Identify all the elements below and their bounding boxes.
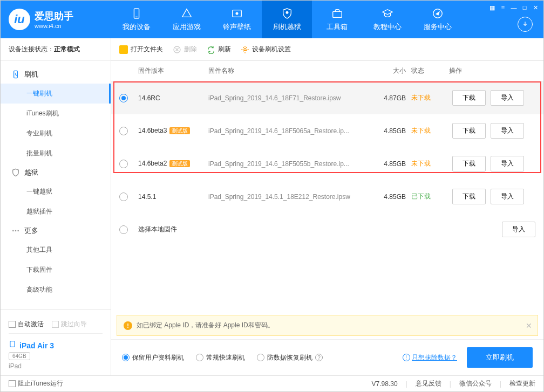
logo-area: iu 爱思助手 www.i4.cn xyxy=(1,9,111,30)
import-button[interactable]: 导入 xyxy=(502,222,535,237)
import-button[interactable]: 导入 xyxy=(491,156,524,171)
sidebar-item-itunes-flash[interactable]: iTunes刷机 xyxy=(1,104,111,123)
nav-ringtones[interactable]: 铃声壁纸 xyxy=(212,1,262,38)
notice-bar: ! 如已绑定 Apple ID，请准备好 Apple ID和密码。 ✕ xyxy=(117,315,538,336)
option-keep-data[interactable]: 保留用户资料刷机 xyxy=(122,353,184,362)
local-firmware-label: 选择本地固件 xyxy=(138,225,449,234)
row-radio[interactable] xyxy=(119,94,128,102)
download-button[interactable]: 下载 xyxy=(452,90,486,106)
row-radio[interactable] xyxy=(119,127,128,135)
delete-button[interactable]: 删除 xyxy=(173,45,197,54)
firmware-row[interactable]: 14.6RC iPad_Spring_2019_14.6_18F71_Resto… xyxy=(111,81,543,114)
device-type: iPad xyxy=(9,362,103,370)
block-itunes-checkbox[interactable]: 阻止iTunes运行 xyxy=(9,379,63,388)
col-size: 大小 xyxy=(373,66,411,75)
menu-button[interactable]: ▦ xyxy=(487,3,497,12)
firmware-row[interactable]: 14.6beta3测试版 iPad_Spring_2019_14.6_18F50… xyxy=(111,114,543,147)
notice-close-button[interactable]: ✕ xyxy=(526,321,532,330)
sidebar-item-oneclick-flash[interactable]: 一键刷机 xyxy=(1,84,111,104)
nav-tutorials[interactable]: 教程中心 xyxy=(362,1,412,38)
option-anti-recovery[interactable]: 防数据恢复刷机? xyxy=(257,353,323,362)
firmware-status: 未下载 xyxy=(411,126,449,135)
firmware-status: 已下载 xyxy=(411,192,449,201)
sidebar-item-batch-flash[interactable]: 批量刷机 xyxy=(1,143,111,163)
nav-toolbox[interactable]: 工具箱 xyxy=(312,1,362,38)
toolbox-icon xyxy=(331,7,344,20)
beta-badge: 测试版 xyxy=(169,160,190,167)
minimize-button[interactable]: — xyxy=(509,3,519,12)
svg-rect-5 xyxy=(332,11,342,17)
beta-badge: 测试版 xyxy=(169,127,190,134)
flash-now-button[interactable]: 立即刷机 xyxy=(467,347,533,368)
sidebar-item-jailbreak-plugins[interactable]: 越狱插件 xyxy=(1,202,111,222)
local-firmware-row[interactable]: 选择本地固件 导入 xyxy=(111,213,543,246)
jailbreak-icon xyxy=(11,168,20,177)
notice-text: 如已绑定 Apple ID，请准备好 Apple ID和密码。 xyxy=(137,321,274,330)
shield-icon xyxy=(281,7,294,20)
svg-rect-11 xyxy=(10,341,15,347)
row-radio[interactable] xyxy=(119,160,128,168)
svg-point-3 xyxy=(236,12,238,15)
auto-activate-checkbox[interactable]: 自动激活 xyxy=(9,320,44,329)
firmware-size: 4.87GB xyxy=(373,94,411,102)
svg-point-10 xyxy=(17,230,19,232)
help-icon[interactable]: ? xyxy=(315,354,323,361)
firmware-row[interactable]: 14.5.1 iPad_Spring_2019_14.5.1_18E212_Re… xyxy=(111,180,543,213)
check-update-link[interactable]: 检查更新 xyxy=(509,379,535,388)
device-ipad-icon xyxy=(9,340,16,348)
firmware-status: 未下载 xyxy=(411,93,449,102)
row-radio[interactable] xyxy=(119,225,128,234)
download-circle-button[interactable] xyxy=(518,17,533,32)
app-subtitle: www.i4.cn xyxy=(35,23,73,29)
apps-icon xyxy=(180,7,193,20)
sidebar-group-flash[interactable]: 刷机 xyxy=(1,65,111,84)
wechat-link[interactable]: 微信公众号 xyxy=(459,379,492,388)
more-icon xyxy=(11,226,20,235)
firmware-row[interactable]: 14.6beta2测试版 iPad_Spring_2019_14.6_18F50… xyxy=(111,147,543,180)
import-button[interactable]: 导入 xyxy=(491,90,524,106)
download-button[interactable]: 下载 xyxy=(452,123,486,139)
window-controls: ▦ ≡ — □ ✕ xyxy=(487,3,540,12)
nav-flash-jailbreak[interactable]: 刷机越狱 xyxy=(262,1,312,38)
svg-point-4 xyxy=(286,11,288,13)
download-button[interactable]: 下载 xyxy=(452,156,486,171)
skip-guide-checkbox[interactable]: 跳过向导 xyxy=(52,320,87,329)
app-header: iu 爱思助手 www.i4.cn 我的设备 应用游戏 铃声壁纸 刷机越狱 工具… xyxy=(1,1,543,38)
version-label: V7.98.30 xyxy=(372,380,398,388)
firmware-rows: 14.6RC iPad_Spring_2019_14.6_18F71_Resto… xyxy=(111,81,543,246)
import-button[interactable]: 导入 xyxy=(491,189,524,204)
content-area: 打开文件夹 删除 刷新 设备刷机设置 固件版本 固件名称 大小 状态 操作 14… xyxy=(111,38,543,375)
download-button[interactable]: 下载 xyxy=(452,189,486,204)
sidebar-item-oneclick-jailbreak[interactable]: 一键越狱 xyxy=(1,182,111,202)
sidebar: 设备连接状态：正常模式 刷机 一键刷机 iTunes刷机 专业刷机 批量刷机 越… xyxy=(1,38,111,375)
feedback-link[interactable]: 意见反馈 xyxy=(416,379,441,388)
option-bar: 保留用户资料刷机 常规快速刷机 防数据恢复刷机? ! 只想抹除数据？ 立即刷机 xyxy=(111,339,543,375)
sidebar-item-advanced[interactable]: 高级功能 xyxy=(1,280,111,300)
nav-my-device[interactable]: 我的设备 xyxy=(111,1,161,38)
sidebar-group-more[interactable]: 更多 xyxy=(1,222,111,240)
firmware-size: 4.85GB xyxy=(373,127,411,135)
nav-service[interactable]: 服务中心 xyxy=(412,1,463,38)
sidebar-item-download-firmware[interactable]: 下载固件 xyxy=(1,260,111,280)
sidebar-item-other-tools[interactable]: 其他工具 xyxy=(1,240,111,260)
erase-only-link[interactable]: 只想抹除数据？ xyxy=(412,354,457,361)
gear-icon xyxy=(241,45,249,54)
option-normal-flash[interactable]: 常规快速刷机 xyxy=(196,353,245,362)
col-ops: 操作 xyxy=(449,66,535,75)
close-button[interactable]: ✕ xyxy=(531,3,540,12)
refresh-button[interactable]: 刷新 xyxy=(207,45,231,54)
nav-apps[interactable]: 应用游戏 xyxy=(161,1,212,38)
open-folder-button[interactable]: 打开文件夹 xyxy=(119,45,163,54)
import-button[interactable]: 导入 xyxy=(491,123,524,139)
flash-icon xyxy=(11,70,20,79)
maximize-button[interactable]: □ xyxy=(520,3,529,12)
footer: 阻止iTunes运行 V7.98.30| 意见反馈| 微信公众号| 检查更新 xyxy=(1,375,543,391)
sidebar-item-pro-flash[interactable]: 专业刷机 xyxy=(1,123,111,143)
row-radio[interactable] xyxy=(119,192,128,201)
sidebar-group-jailbreak[interactable]: 越狱 xyxy=(1,163,111,182)
firmware-name: iPad_Spring_2019_14.6_18F5055b_Restore.i… xyxy=(208,160,373,168)
graduation-icon xyxy=(381,7,394,20)
col-version: 固件版本 xyxy=(138,66,208,75)
settings-button[interactable]: ≡ xyxy=(498,3,508,12)
flash-settings-button[interactable]: 设备刷机设置 xyxy=(241,45,291,54)
